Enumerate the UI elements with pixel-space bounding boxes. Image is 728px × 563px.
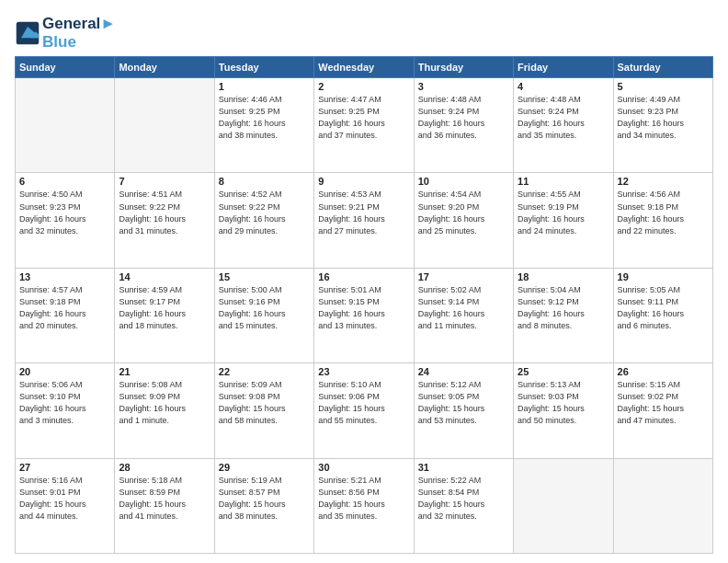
day-number: 29 bbox=[219, 462, 310, 473]
calendar-day-cell: 18Sunrise: 5:04 AM Sunset: 9:12 PM Dayli… bbox=[514, 268, 613, 362]
day-info: Sunrise: 5:04 AM Sunset: 9:12 PM Dayligh… bbox=[518, 284, 609, 332]
day-info: Sunrise: 5:10 AM Sunset: 9:06 PM Dayligh… bbox=[318, 379, 409, 427]
day-info: Sunrise: 4:59 AM Sunset: 9:17 PM Dayligh… bbox=[119, 284, 210, 332]
day-info: Sunrise: 4:48 AM Sunset: 9:24 PM Dayligh… bbox=[518, 94, 609, 142]
weekday-header-row: SundayMondayTuesdayWednesdayThursdayFrid… bbox=[16, 57, 713, 78]
calendar-day-cell: 3Sunrise: 4:48 AM Sunset: 9:24 PM Daylig… bbox=[414, 78, 513, 173]
weekday-header-cell: Sunday bbox=[16, 57, 115, 78]
calendar-day-cell: 14Sunrise: 4:59 AM Sunset: 9:17 PM Dayli… bbox=[115, 268, 214, 362]
day-info: Sunrise: 4:49 AM Sunset: 9:23 PM Dayligh… bbox=[618, 94, 709, 142]
day-number: 11 bbox=[518, 176, 609, 187]
calendar-day-cell: 5Sunrise: 4:49 AM Sunset: 9:23 PM Daylig… bbox=[613, 78, 712, 173]
calendar-day-cell: 9Sunrise: 4:53 AM Sunset: 9:21 PM Daylig… bbox=[314, 173, 414, 268]
day-info: Sunrise: 5:21 AM Sunset: 8:56 PM Dayligh… bbox=[318, 475, 409, 523]
weekday-header-cell: Thursday bbox=[414, 57, 513, 78]
day-info: Sunrise: 5:16 AM Sunset: 9:01 PM Dayligh… bbox=[19, 475, 110, 523]
day-number: 28 bbox=[119, 462, 210, 473]
day-info: Sunrise: 4:53 AM Sunset: 9:21 PM Dayligh… bbox=[318, 189, 409, 236]
calendar-week-row: 1Sunrise: 4:46 AM Sunset: 9:25 PM Daylig… bbox=[16, 78, 713, 173]
day-info: Sunrise: 4:52 AM Sunset: 9:22 PM Dayligh… bbox=[219, 189, 310, 236]
day-number: 3 bbox=[418, 81, 509, 92]
calendar-day-cell: 12Sunrise: 4:56 AM Sunset: 9:18 PM Dayli… bbox=[613, 173, 712, 268]
calendar-day-cell: 15Sunrise: 5:00 AM Sunset: 9:16 PM Dayli… bbox=[214, 268, 313, 362]
day-number: 12 bbox=[618, 176, 709, 187]
day-number: 2 bbox=[318, 81, 409, 92]
calendar-day-cell: 13Sunrise: 4:57 AM Sunset: 9:18 PM Dayli… bbox=[16, 268, 115, 362]
calendar-day-cell: 20Sunrise: 5:06 AM Sunset: 9:10 PM Dayli… bbox=[16, 363, 115, 458]
day-info: Sunrise: 4:56 AM Sunset: 9:18 PM Dayligh… bbox=[618, 189, 709, 236]
calendar-day-cell: 17Sunrise: 5:02 AM Sunset: 9:14 PM Dayli… bbox=[414, 268, 513, 362]
day-info: Sunrise: 5:09 AM Sunset: 9:08 PM Dayligh… bbox=[219, 379, 310, 427]
calendar-day-cell: 24Sunrise: 5:12 AM Sunset: 9:05 PM Dayli… bbox=[414, 363, 513, 458]
calendar-day-cell bbox=[514, 458, 613, 553]
weekday-header-cell: Tuesday bbox=[214, 57, 313, 78]
calendar-day-cell: 11Sunrise: 4:55 AM Sunset: 9:19 PM Dayli… bbox=[514, 173, 613, 268]
calendar-week-row: 6Sunrise: 4:50 AM Sunset: 9:23 PM Daylig… bbox=[16, 173, 713, 268]
calendar-day-cell: 28Sunrise: 5:18 AM Sunset: 8:59 PM Dayli… bbox=[115, 458, 214, 553]
calendar-day-cell: 21Sunrise: 5:08 AM Sunset: 9:09 PM Dayli… bbox=[115, 363, 214, 458]
day-number: 19 bbox=[618, 271, 709, 282]
calendar-day-cell: 27Sunrise: 5:16 AM Sunset: 9:01 PM Dayli… bbox=[16, 458, 115, 553]
day-info: Sunrise: 5:05 AM Sunset: 9:11 PM Dayligh… bbox=[618, 284, 709, 332]
day-info: Sunrise: 4:57 AM Sunset: 9:18 PM Dayligh… bbox=[19, 284, 110, 332]
day-info: Sunrise: 5:22 AM Sunset: 8:54 PM Dayligh… bbox=[418, 475, 509, 523]
logo-text: General► Blue bbox=[42, 15, 116, 51]
calendar-day-cell: 29Sunrise: 5:19 AM Sunset: 8:57 PM Dayli… bbox=[214, 458, 313, 553]
day-number: 21 bbox=[119, 366, 210, 377]
day-number: 18 bbox=[518, 271, 609, 282]
day-info: Sunrise: 4:50 AM Sunset: 9:23 PM Dayligh… bbox=[19, 189, 110, 236]
calendar-week-row: 27Sunrise: 5:16 AM Sunset: 9:01 PM Dayli… bbox=[16, 458, 713, 553]
calendar-day-cell bbox=[613, 458, 712, 553]
header: General► Blue bbox=[15, 11, 713, 51]
day-info: Sunrise: 4:47 AM Sunset: 9:25 PM Dayligh… bbox=[318, 94, 409, 142]
calendar-day-cell: 16Sunrise: 5:01 AM Sunset: 9:15 PM Dayli… bbox=[314, 268, 414, 362]
page: General► Blue SundayMondayTuesdayWednesd… bbox=[0, 0, 728, 563]
calendar-day-cell: 1Sunrise: 4:46 AM Sunset: 9:25 PM Daylig… bbox=[214, 78, 313, 173]
calendar-day-cell bbox=[115, 78, 214, 173]
day-number: 13 bbox=[19, 271, 110, 282]
calendar-day-cell: 19Sunrise: 5:05 AM Sunset: 9:11 PM Dayli… bbox=[613, 268, 712, 362]
calendar-day-cell: 10Sunrise: 4:54 AM Sunset: 9:20 PM Dayli… bbox=[414, 173, 513, 268]
calendar-day-cell bbox=[16, 78, 115, 173]
logo-icon bbox=[15, 20, 40, 46]
day-info: Sunrise: 5:19 AM Sunset: 8:57 PM Dayligh… bbox=[219, 475, 310, 523]
calendar-day-cell: 23Sunrise: 5:10 AM Sunset: 9:06 PM Dayli… bbox=[314, 363, 414, 458]
day-number: 31 bbox=[418, 462, 509, 473]
day-info: Sunrise: 5:01 AM Sunset: 9:15 PM Dayligh… bbox=[318, 284, 409, 332]
day-number: 20 bbox=[19, 366, 110, 377]
calendar-table: SundayMondayTuesdayWednesdayThursdayFrid… bbox=[15, 56, 713, 554]
day-number: 4 bbox=[518, 81, 609, 92]
calendar-day-cell: 2Sunrise: 4:47 AM Sunset: 9:25 PM Daylig… bbox=[314, 78, 414, 173]
day-info: Sunrise: 5:08 AM Sunset: 9:09 PM Dayligh… bbox=[119, 379, 210, 427]
calendar-day-cell: 8Sunrise: 4:52 AM Sunset: 9:22 PM Daylig… bbox=[214, 173, 313, 268]
day-number: 17 bbox=[418, 271, 509, 282]
day-info: Sunrise: 4:51 AM Sunset: 9:22 PM Dayligh… bbox=[119, 189, 210, 236]
day-number: 14 bbox=[119, 271, 210, 282]
day-number: 8 bbox=[219, 176, 310, 187]
day-number: 16 bbox=[318, 271, 409, 282]
day-number: 5 bbox=[618, 81, 709, 92]
calendar-day-cell: 4Sunrise: 4:48 AM Sunset: 9:24 PM Daylig… bbox=[514, 78, 613, 173]
day-info: Sunrise: 5:00 AM Sunset: 9:16 PM Dayligh… bbox=[219, 284, 310, 332]
logo: General► Blue bbox=[15, 15, 116, 51]
day-number: 6 bbox=[19, 176, 110, 187]
day-number: 7 bbox=[119, 176, 210, 187]
day-number: 10 bbox=[418, 176, 509, 187]
day-number: 30 bbox=[318, 462, 409, 473]
calendar-day-cell: 7Sunrise: 4:51 AM Sunset: 9:22 PM Daylig… bbox=[115, 173, 214, 268]
weekday-header-cell: Wednesday bbox=[314, 57, 414, 78]
weekday-header-cell: Monday bbox=[115, 57, 214, 78]
day-number: 15 bbox=[219, 271, 310, 282]
day-info: Sunrise: 4:54 AM Sunset: 9:20 PM Dayligh… bbox=[418, 189, 509, 236]
day-number: 25 bbox=[518, 366, 609, 377]
day-number: 22 bbox=[219, 366, 310, 377]
calendar-body: 1Sunrise: 4:46 AM Sunset: 9:25 PM Daylig… bbox=[16, 78, 713, 554]
weekday-header-cell: Friday bbox=[514, 57, 613, 78]
day-info: Sunrise: 5:18 AM Sunset: 8:59 PM Dayligh… bbox=[119, 475, 210, 523]
weekday-header-cell: Saturday bbox=[613, 57, 712, 78]
calendar-week-row: 13Sunrise: 4:57 AM Sunset: 9:18 PM Dayli… bbox=[16, 268, 713, 362]
day-info: Sunrise: 5:06 AM Sunset: 9:10 PM Dayligh… bbox=[19, 379, 110, 427]
day-info: Sunrise: 4:48 AM Sunset: 9:24 PM Dayligh… bbox=[418, 94, 509, 142]
calendar-day-cell: 6Sunrise: 4:50 AM Sunset: 9:23 PM Daylig… bbox=[16, 173, 115, 268]
calendar-day-cell: 30Sunrise: 5:21 AM Sunset: 8:56 PM Dayli… bbox=[314, 458, 414, 553]
